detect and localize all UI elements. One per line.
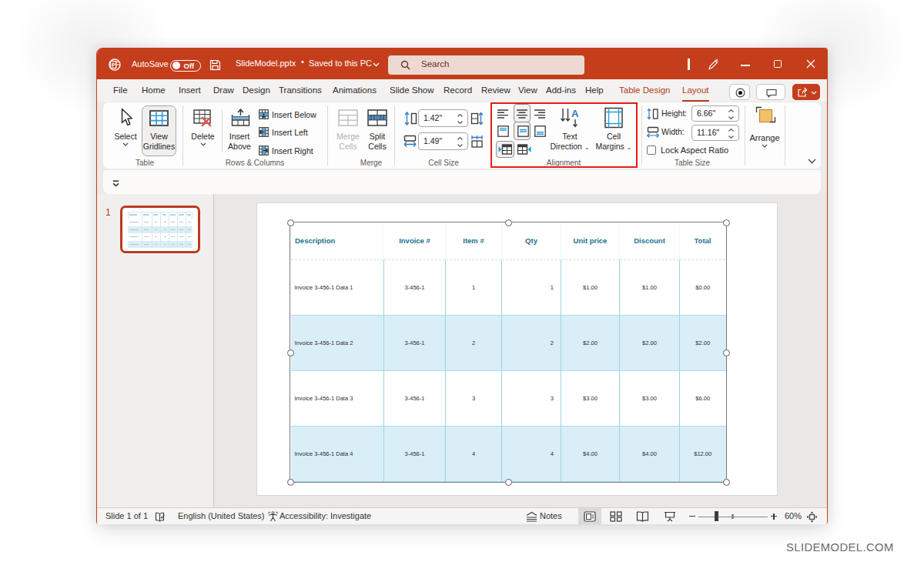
svg-text:A: A xyxy=(571,108,579,119)
svg-text:P: P xyxy=(112,62,116,69)
